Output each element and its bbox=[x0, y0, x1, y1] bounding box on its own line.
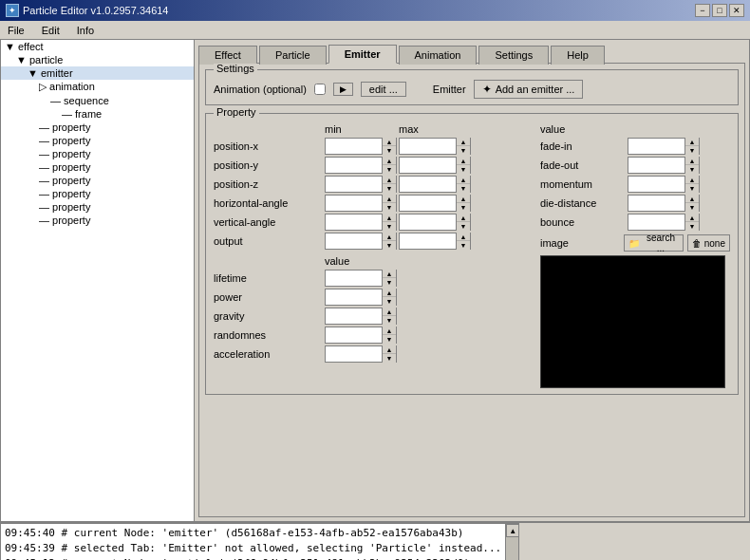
spin-down[interactable]: ▼ bbox=[383, 165, 396, 174]
momentum-input[interactable]: 0.000 bbox=[628, 177, 684, 192]
tree-item-effect[interactable]: ▼ effect bbox=[1, 40, 194, 53]
tree-item-emitter[interactable]: ▼ emitter bbox=[1, 66, 194, 80]
position-x-max-input[interactable]: 0 bbox=[400, 139, 456, 154]
tab-settings[interactable]: Settings bbox=[478, 46, 549, 65]
tree-item-prop-7[interactable]: — property bbox=[1, 200, 194, 214]
die-distance-input[interactable]: 0 bbox=[628, 196, 684, 211]
spin-down[interactable]: ▼ bbox=[457, 222, 470, 231]
tree-item-prop-8[interactable]: — property bbox=[1, 214, 194, 227]
spin-up[interactable]: ▲ bbox=[457, 233, 470, 241]
spin-down[interactable]: ▼ bbox=[685, 222, 699, 231]
tree-item-particle[interactable]: ▼ particle bbox=[1, 53, 194, 66]
fade-in-input[interactable]: 0 bbox=[628, 139, 684, 154]
spin-up[interactable]: ▲ bbox=[383, 327, 396, 335]
randomnes-input[interactable]: 0 bbox=[326, 327, 382, 343]
output-max-input[interactable]: 0 bbox=[400, 233, 456, 249]
spin-down[interactable]: ▼ bbox=[383, 146, 396, 155]
spin-up[interactable]: ▲ bbox=[383, 233, 396, 241]
tree-item-frame[interactable]: — frame bbox=[1, 107, 194, 121]
position-y-max-input[interactable]: 0 bbox=[400, 158, 456, 173]
h-angle-max-input[interactable]: 0 bbox=[400, 196, 456, 211]
fade-out-input[interactable]: 0 bbox=[628, 158, 684, 173]
tab-effect[interactable]: Effect bbox=[198, 46, 257, 65]
tree-item-prop-4[interactable]: — property bbox=[1, 160, 194, 174]
tab-emitter[interactable]: Emitter bbox=[328, 45, 397, 64]
spin-up[interactable]: ▲ bbox=[383, 157, 396, 165]
spin-down[interactable]: ▼ bbox=[383, 278, 396, 287]
tab-animation[interactable]: Animation bbox=[399, 46, 478, 65]
tree-item-prop-1[interactable]: — property bbox=[1, 121, 194, 134]
spin-up[interactable]: ▲ bbox=[457, 214, 470, 222]
minimize-btn[interactable]: − bbox=[695, 4, 710, 17]
v-angle-min-input[interactable]: 0 bbox=[326, 215, 382, 230]
bounce-input[interactable]: 0 bbox=[628, 215, 684, 230]
animation-checkbox[interactable] bbox=[314, 84, 326, 95]
spin-down[interactable]: ▼ bbox=[383, 297, 396, 306]
spin-up[interactable]: ▲ bbox=[383, 138, 396, 146]
output-min-input[interactable]: 0 bbox=[326, 233, 382, 249]
position-z-max-input[interactable]: 0 bbox=[400, 177, 456, 192]
spin-up[interactable]: ▲ bbox=[383, 289, 396, 297]
spin-down[interactable]: ▼ bbox=[685, 165, 699, 174]
spin-down[interactable]: ▼ bbox=[383, 354, 396, 363]
gravity-input[interactable]: 0,000 bbox=[326, 308, 382, 324]
spin-down[interactable]: ▼ bbox=[457, 184, 470, 193]
tree-item-prop-3[interactable]: — property bbox=[1, 147, 194, 160]
spin-up[interactable]: ▲ bbox=[685, 214, 699, 222]
spin-down[interactable]: ▼ bbox=[457, 203, 470, 212]
acceleration-input[interactable]: 0 bbox=[326, 346, 382, 362]
menu-info[interactable]: Info bbox=[73, 24, 98, 37]
title-bar-controls[interactable]: − □ ✕ bbox=[695, 4, 744, 17]
spin-down[interactable]: ▼ bbox=[383, 222, 396, 231]
tree-item-prop-6[interactable]: — property bbox=[1, 187, 194, 200]
spin-up[interactable]: ▲ bbox=[383, 270, 396, 278]
spin-down[interactable]: ▼ bbox=[685, 203, 699, 212]
tree-item-prop-5[interactable]: — property bbox=[1, 174, 194, 187]
tree-item-sequence[interactable]: — sequence bbox=[1, 94, 194, 107]
tree-item-animation[interactable]: ▷ animation bbox=[1, 80, 194, 94]
spin-up[interactable]: ▲ bbox=[685, 195, 699, 203]
spin-down[interactable]: ▼ bbox=[383, 241, 396, 250]
spin-down[interactable]: ▼ bbox=[457, 146, 470, 155]
spin-down[interactable]: ▼ bbox=[383, 203, 396, 212]
search-btn[interactable]: 📁 search ... bbox=[624, 234, 684, 252]
none-btn[interactable]: 🗑 none bbox=[687, 234, 730, 252]
menu-edit[interactable]: Edit bbox=[38, 24, 64, 37]
h-angle-min-input[interactable]: 0 bbox=[326, 196, 382, 211]
spin-up[interactable]: ▲ bbox=[457, 176, 470, 184]
spin-up[interactable]: ▲ bbox=[685, 157, 699, 165]
spin-up[interactable]: ▲ bbox=[383, 308, 396, 316]
animation-arrow-btn[interactable]: ▶ bbox=[333, 83, 353, 96]
add-emitter-btn[interactable]: ✦ Add an emitter ... bbox=[474, 80, 584, 99]
spin-down[interactable]: ▼ bbox=[457, 165, 470, 174]
spin-down[interactable]: ▼ bbox=[383, 316, 396, 325]
spin-up[interactable]: ▲ bbox=[457, 138, 470, 146]
spin-up[interactable]: ▲ bbox=[383, 214, 396, 222]
spin-up[interactable]: ▲ bbox=[383, 195, 396, 203]
animation-edit-btn[interactable]: edit ... bbox=[361, 82, 406, 97]
power-input[interactable]: 0 bbox=[326, 289, 382, 305]
spin-down[interactable]: ▼ bbox=[383, 184, 396, 193]
scroll-up-btn[interactable]: ▲ bbox=[506, 524, 519, 537]
spin-up[interactable]: ▲ bbox=[685, 138, 699, 146]
tab-particle[interactable]: Particle bbox=[259, 46, 327, 65]
tab-help[interactable]: Help bbox=[551, 46, 605, 65]
spin-up[interactable]: ▲ bbox=[457, 157, 470, 165]
menu-file[interactable]: File bbox=[4, 24, 28, 37]
spin-up[interactable]: ▲ bbox=[383, 345, 396, 354]
spin-down[interactable]: ▼ bbox=[685, 184, 699, 193]
spin-down[interactable]: ▼ bbox=[457, 241, 470, 250]
position-z-min-input[interactable]: 0 bbox=[326, 177, 382, 192]
v-angle-max-input[interactable]: 0 bbox=[400, 215, 456, 230]
spin-down[interactable]: ▼ bbox=[685, 146, 699, 155]
spin-up[interactable]: ▲ bbox=[685, 176, 699, 184]
position-y-min-input[interactable]: 0 bbox=[326, 158, 382, 173]
position-x-min-input[interactable]: 0 bbox=[326, 139, 382, 154]
spin-up[interactable]: ▲ bbox=[457, 195, 470, 203]
tree-item-prop-2[interactable]: — property bbox=[1, 134, 194, 147]
close-btn[interactable]: ✕ bbox=[729, 4, 744, 17]
maximize-btn[interactable]: □ bbox=[712, 4, 727, 17]
spin-up[interactable]: ▲ bbox=[383, 176, 396, 184]
spin-down[interactable]: ▼ bbox=[383, 335, 396, 344]
lifetime-input[interactable]: 0 bbox=[326, 271, 382, 286]
